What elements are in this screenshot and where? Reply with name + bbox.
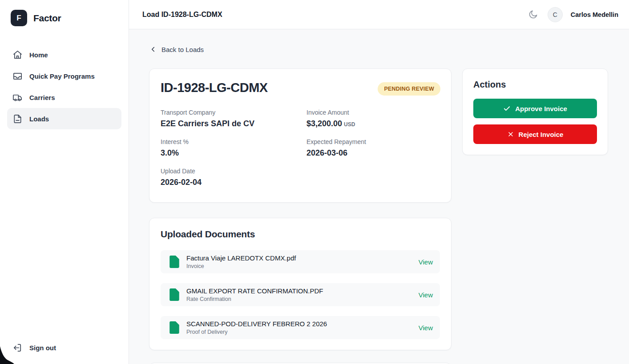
sidebar-item-quick-pay-programs[interactable]: Quick Pay Programs (7, 65, 121, 87)
sidebar-item-label: Home (29, 51, 48, 59)
field-label: Expected Repayment (306, 138, 440, 145)
uploaded-documents-card: Uploaded Documents Factura Viaje LAREDOT… (149, 218, 452, 350)
document-type: Rate Confirmation (186, 296, 411, 302)
sidebar-item-loads[interactable]: Loads (7, 108, 121, 129)
reject-button-label: Reject Invoice (519, 131, 564, 138)
truck-icon (12, 92, 23, 103)
field-interest-percent: Interest % 3.0% (161, 138, 306, 158)
sidebar-item-label: Loads (29, 115, 49, 123)
reject-invoice-button[interactable]: Reject Invoice (473, 124, 597, 144)
document-row-proof-of-delivery: SCANNED-POD-DELIVERY FEBRERO 2 2026 Proo… (161, 316, 440, 339)
back-link-label: Back to Loads (161, 46, 204, 53)
document-type: Invoice (186, 263, 411, 269)
document-info: Factura Viaje LAREDOTX CDMX.pdf Invoice (186, 254, 411, 269)
avatar-initial: C (553, 11, 557, 18)
field-label: Invoice Amount (306, 109, 440, 116)
currency-suffix: USD (344, 121, 355, 128)
chevron-left-icon (149, 45, 157, 53)
check-icon (503, 105, 511, 112)
document-row-rate-confirmation: GMAIL EXPORT RATE CONFIRMATION.PDF Rate … (161, 283, 440, 306)
load-detail-card: ID-1928-LG-CDMX PENDING REVIEW Transport… (149, 68, 452, 203)
document-name: SCANNED-POD-DELIVERY FEBRERO 2 2026 (186, 320, 411, 328)
document-icon (169, 256, 179, 268)
home-icon (12, 50, 23, 60)
approve-invoice-button[interactable]: Approve Invoice (473, 99, 597, 118)
dark-mode-toggle[interactable] (527, 8, 540, 21)
sidebar-item-carriers[interactable]: Carriers (7, 87, 121, 108)
approve-button-label: Approve Invoice (515, 105, 567, 112)
file-text-icon (12, 114, 23, 124)
main-content: Back to Loads ID-1928-LG-CDMX PENDING RE… (129, 29, 629, 364)
field-invoice-amount: Invoice Amount $3,200.00USD (306, 109, 440, 128)
field-value: 2026-03-06 (306, 148, 440, 158)
field-value: 3.0% (161, 148, 306, 158)
header-right: C Carlos Medellin (527, 7, 618, 22)
actions-card: Actions Approve Invoice Reject Invoice (462, 68, 608, 155)
app-window: F Factor Home Quick Pay Programs (0, 0, 629, 364)
document-info: SCANNED-POD-DELIVERY FEBRERO 2 2026 Proo… (186, 320, 411, 335)
sidebar-item-label: Carriers (29, 94, 55, 101)
sidebar-nav: Home Quick Pay Programs Carriers Loads (0, 44, 129, 129)
field-value: $3,200.00USD (306, 119, 440, 128)
inbox-icon (12, 71, 23, 81)
brand-name: Factor (33, 13, 61, 24)
sidebar-item-label: Quick Pay Programs (29, 72, 95, 80)
back-to-loads-link[interactable]: Back to Loads (149, 45, 204, 53)
status-badge: PENDING REVIEW (378, 82, 440, 96)
document-icon (169, 288, 179, 301)
load-fields-grid: Transport Company E2E Carriers SAPI de C… (161, 109, 440, 187)
view-document-link[interactable]: View (419, 258, 433, 266)
load-card-header: ID-1928-LG-CDMX PENDING REVIEW (161, 80, 440, 96)
field-label: Upload Date (161, 168, 306, 175)
page-title: Load ID-1928-LG-CDMX (142, 11, 222, 19)
view-document-link[interactable]: View (419, 324, 433, 332)
field-value: 2026-02-04 (161, 178, 306, 187)
field-label: Transport Company (161, 109, 306, 116)
sign-out-button[interactable]: Sign out (7, 338, 121, 357)
documents-title: Uploaded Documents (161, 229, 440, 240)
field-label: Interest % (161, 138, 306, 145)
actions-title: Actions (473, 80, 597, 90)
sidebar-item-home[interactable]: Home (7, 44, 121, 65)
document-icon (169, 321, 179, 334)
avatar[interactable]: C (548, 7, 563, 22)
document-type: Proof of Delivery (186, 329, 411, 335)
brand-logo: F Factor (0, 0, 129, 26)
field-upload-date: Upload Date 2026-02-04 (161, 168, 306, 187)
sign-out-label: Sign out (29, 344, 56, 352)
logo-letter: F (16, 14, 21, 23)
document-info: GMAIL EXPORT RATE CONFIRMATION.PDF Rate … (186, 287, 411, 302)
moon-icon (528, 9, 538, 20)
cursor-artifact (0, 345, 18, 364)
field-expected-repayment: Expected Repayment 2026-03-06 (306, 138, 440, 158)
load-id-title: ID-1928-LG-CDMX (161, 80, 268, 95)
sidebar: F Factor Home Quick Pay Programs (0, 0, 129, 364)
user-name: Carlos Medellin (571, 11, 618, 18)
field-transport-company: Transport Company E2E Carriers SAPI de C… (161, 109, 306, 128)
document-name: GMAIL EXPORT RATE CONFIRMATION.PDF (186, 287, 411, 295)
view-document-link[interactable]: View (419, 291, 433, 299)
document-name: Factura Viaje LAREDOTX CDMX.pdf (186, 254, 411, 262)
field-value: E2E Carriers SAPI de CV (161, 119, 306, 128)
document-row-invoice: Factura Viaje LAREDOTX CDMX.pdf Invoice … (161, 250, 440, 273)
logo-mark: F (11, 10, 27, 26)
top-header: Load ID-1928-LG-CDMX C Carlos Medellin (129, 0, 629, 29)
x-icon (507, 131, 514, 138)
